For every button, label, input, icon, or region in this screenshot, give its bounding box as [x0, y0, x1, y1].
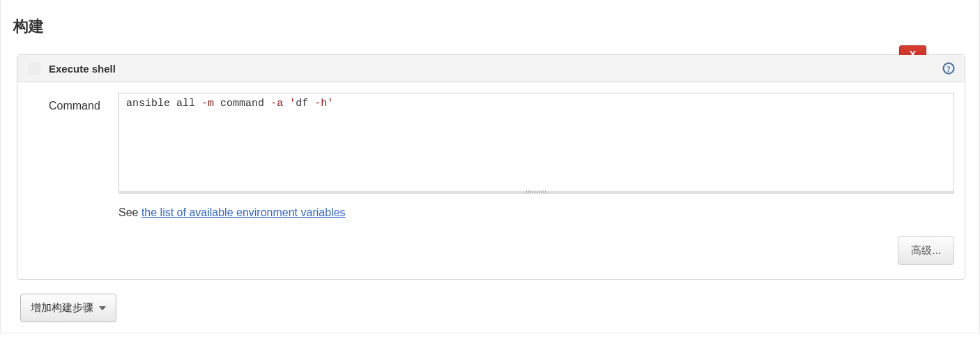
command-label: Command [28, 93, 118, 112]
help-text: See the list of available environment va… [118, 206, 954, 219]
build-section: 构建 X Execute shell ? Command [0, 0, 980, 333]
add-build-step-button[interactable]: 增加构建步骤 [20, 294, 116, 322]
panel-title: Execute shell [49, 63, 116, 75]
chevron-down-icon [99, 306, 106, 310]
advanced-button[interactable]: 高级... [898, 236, 954, 265]
command-field-wrapper: ansible all -m command -a 'df -h' See th… [118, 93, 954, 265]
drag-handle-icon[interactable] [28, 62, 40, 75]
build-steps-container: X Execute shell ? Command ansible all -m [17, 54, 965, 329]
help-prefix: See [118, 206, 141, 218]
svg-text:?: ? [947, 65, 951, 74]
section-title: 构建 [13, 16, 965, 37]
command-row: Command ansible all -m command -a 'df -h… [28, 93, 954, 265]
env-vars-link[interactable]: the list of available environment variab… [141, 206, 346, 218]
advanced-row: 高级... [118, 236, 954, 265]
panel-header: Execute shell ? [17, 55, 965, 82]
panel-body: Command ansible all -m command -a 'df -h… [17, 82, 965, 279]
add-step-label: 增加构建步骤 [31, 301, 93, 315]
help-icon[interactable]: ? [942, 62, 955, 75]
build-step-panel: X Execute shell ? Command ansible all -m [17, 54, 965, 280]
editor-resize-handle-icon[interactable] [526, 190, 547, 193]
command-editor[interactable]: ansible all -m command -a 'df -h' [118, 93, 954, 194]
